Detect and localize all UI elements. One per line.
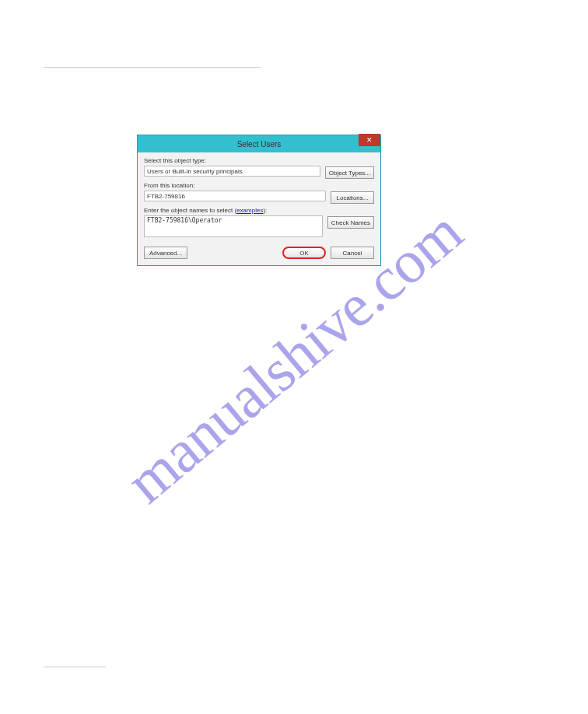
dialog-title: Select Users <box>237 140 282 149</box>
examples-link[interactable]: examples <box>236 207 263 214</box>
dialog-footer: Advanced... OK Cancel <box>144 247 374 259</box>
names-label-prefix: Enter the object names to select ( <box>144 207 236 214</box>
names-label-suffix: ): <box>263 207 267 214</box>
object-type-field[interactable] <box>144 166 320 177</box>
location-field[interactable] <box>144 191 326 201</box>
object-type-label: Select this object type: <box>144 157 320 164</box>
check-names-button[interactable]: Check Names <box>327 216 374 229</box>
document-page: Select Users ✕ Select this object type: … <box>0 0 588 714</box>
ok-button[interactable]: OK <box>282 247 326 259</box>
dialog-body: Select this object type: Object Types...… <box>138 152 380 265</box>
header-rule <box>44 67 261 68</box>
object-names-label: Enter the object names to select (exampl… <box>144 207 323 214</box>
object-types-button[interactable]: Object Types... <box>325 166 374 179</box>
close-icon: ✕ <box>366 136 373 144</box>
select-users-dialog: Select Users ✕ Select this object type: … <box>137 135 381 266</box>
cancel-button[interactable]: Cancel <box>331 247 374 259</box>
locations-button[interactable]: Locations... <box>331 191 374 204</box>
advanced-button[interactable]: Advanced... <box>144 247 187 259</box>
location-label: From this location: <box>144 182 326 189</box>
dialog-titlebar: Select Users ✕ <box>138 135 380 152</box>
object-names-field[interactable] <box>144 215 323 237</box>
footer-rule <box>44 667 106 667</box>
close-button[interactable]: ✕ <box>359 134 380 146</box>
